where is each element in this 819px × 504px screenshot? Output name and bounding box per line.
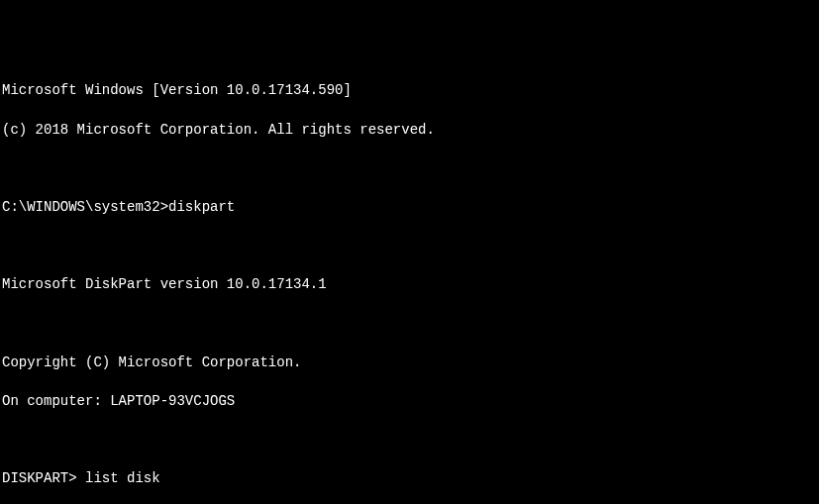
blank-line — [2, 431, 817, 451]
os-version-line: Microsoft Windows [Version 10.0.17134.59… — [2, 81, 817, 101]
diskpart-version-line: Microsoft DiskPart version 10.0.17134.1 — [2, 275, 817, 295]
cmd-prompt-line: C:\WINDOWS\system32>diskpart — [2, 198, 817, 218]
blank-line — [2, 159, 817, 179]
diskpart-copyright-line: Copyright (C) Microsoft Corporation. — [2, 353, 817, 373]
os-copyright-line: (c) 2018 Microsoft Corporation. All righ… — [2, 121, 817, 141]
diskpart-prompt-label: DISKPART> — [2, 470, 77, 486]
cmd-prompt-command: diskpart — [168, 199, 235, 215]
blank-line — [2, 237, 817, 256]
diskpart-prompt-line: DISKPART> list disk — [2, 469, 817, 489]
diskpart-computer-line: On computer: LAPTOP-93VCJOGS — [2, 392, 817, 412]
cmd-prompt-path: C:\WINDOWS\system32> — [2, 199, 168, 215]
blank-line — [2, 315, 817, 335]
diskpart-command-listdisk: list disk — [77, 470, 160, 486]
